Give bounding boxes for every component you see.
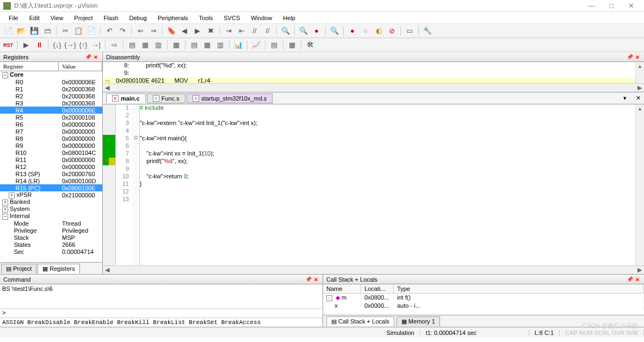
gutter-marker[interactable]: [103, 196, 115, 203]
redo-button[interactable]: ↷: [116, 25, 128, 37]
command-output[interactable]: BS \\test1\Func.s\6: [0, 284, 323, 308]
enable-breakpoint-button[interactable]: ○: [360, 25, 371, 37]
close-button[interactable]: ✕: [621, 2, 641, 10]
debug-button[interactable]: 🔍: [298, 25, 309, 37]
step-into-button[interactable]: {↓}: [51, 39, 63, 51]
register-row[interactable]: R30x20000368: [0, 100, 102, 107]
register-row[interactable]: StackMSP: [0, 234, 102, 241]
memory-window-button[interactable]: ▥: [214, 39, 226, 51]
register-row[interactable]: R15 (PC)0x0800100E: [0, 184, 102, 191]
type-col-header[interactable]: Type: [394, 284, 644, 293]
file-tab[interactable]: cmain.c: [106, 94, 146, 103]
gutter-marker[interactable]: [103, 158, 115, 165]
editor-vertical-scrollbar[interactable]: ▲: [635, 104, 644, 265]
disasm-window-button[interactable]: ▦: [139, 39, 151, 51]
register-row[interactable]: R120x00000000: [0, 163, 102, 170]
register-row[interactable]: R50x20000108: [0, 114, 102, 121]
reset-button[interactable]: RST: [2, 39, 14, 51]
gutter-marker[interactable]: [103, 173, 115, 181]
code-line[interactable]: }: [140, 181, 644, 188]
callstack-tab[interactable]: ▤Call Stack + Locals: [326, 316, 394, 326]
code-line[interactable]: [140, 165, 644, 173]
symbols-window-button[interactable]: ▥: [152, 39, 164, 51]
gutter-marker[interactable]: [103, 127, 115, 135]
find-in-files-button[interactable]: 🔍: [329, 25, 340, 37]
insert-breakpoint-button[interactable]: ●: [346, 25, 358, 37]
register-row[interactable]: R60x00000000: [0, 121, 102, 128]
pin-icon[interactable]: 📌: [305, 276, 312, 282]
bookmark-button[interactable]: 🔖: [165, 25, 177, 37]
register-row[interactable]: R14 (LR)0x0800100D: [0, 177, 102, 184]
indent-button[interactable]: ⇥: [222, 25, 234, 37]
code-line[interactable]: [140, 142, 644, 150]
gutter-marker[interactable]: [103, 142, 115, 150]
analysis-window-button[interactable]: 📈: [250, 39, 262, 51]
code-line[interactable]: "c-kw">extern "c-kw">int Init_1("c-kw">i…: [140, 120, 644, 127]
code-line[interactable]: "c-kw">int main(){: [140, 135, 644, 142]
disassembly-view[interactable]: 8: printf("%d", xx); 9: ⇨ 0x0800100E 462…: [103, 62, 644, 83]
code-line[interactable]: # include: [140, 104, 644, 112]
pin-icon[interactable]: 📌: [627, 54, 633, 60]
disable-breakpoint-button[interactable]: ◐: [373, 25, 385, 37]
register-row[interactable]: R20x20000368: [0, 92, 102, 100]
step-out-button[interactable]: {↑}: [77, 39, 89, 51]
command-input[interactable]: [8, 309, 323, 318]
gutter-marker[interactable]: [103, 104, 115, 112]
menu-help[interactable]: Help: [278, 14, 300, 22]
toolbox-button[interactable]: 🛠: [304, 39, 316, 51]
horizontal-scrollbar[interactable]: ◀▶: [103, 83, 644, 92]
register-row[interactable]: +Banked: [0, 198, 102, 206]
new-file-button[interactable]: 📄: [2, 25, 14, 37]
gutter-marker[interactable]: [103, 135, 115, 142]
register-row[interactable]: R00x0000006E: [0, 78, 102, 85]
register-col-header[interactable]: Register: [0, 62, 59, 71]
menu-project[interactable]: Project: [70, 14, 97, 22]
gutter-marker[interactable]: [103, 150, 115, 158]
value-col-header[interactable]: Value: [59, 62, 102, 71]
save-button[interactable]: 💾: [28, 25, 40, 37]
code-line[interactable]: "c-kw">int xx = Init_1(10);: [140, 150, 644, 158]
trace-window-button[interactable]: ▤: [268, 39, 280, 51]
copy-button[interactable]: 📋: [72, 25, 84, 37]
gutter-marker[interactable]: [103, 120, 115, 127]
stack-row[interactable]: x0x0000...auto - i...: [323, 302, 644, 309]
register-row[interactable]: R70x00000000: [0, 128, 102, 135]
code-line[interactable]: [140, 196, 644, 203]
register-row[interactable]: R90x00000000: [0, 142, 102, 149]
step-over-button[interactable]: {→}: [64, 39, 76, 51]
register-row[interactable]: −Internal: [0, 213, 102, 220]
gutter-marker[interactable]: [103, 181, 115, 188]
project-tab[interactable]: ▤Project: [1, 264, 36, 273]
uncomment-button[interactable]: //: [262, 25, 274, 37]
panel-close-button[interactable]: ×: [634, 54, 641, 60]
memory-tab[interactable]: ▦Memory 1: [397, 316, 440, 326]
menu-debug[interactable]: Debug: [125, 14, 151, 22]
window-button[interactable]: ▭: [404, 25, 416, 37]
editor-horizontal-scrollbar[interactable]: ◀▶: [103, 265, 644, 274]
code-line[interactable]: [140, 188, 644, 196]
tab-close-button[interactable]: ✕: [632, 92, 644, 104]
register-row[interactable]: PrivilegePrivileged: [0, 227, 102, 234]
run-to-cursor-button[interactable]: →|: [90, 39, 102, 51]
open-file-button[interactable]: 📂: [15, 25, 27, 37]
undo-button[interactable]: ↶: [103, 25, 115, 37]
register-row[interactable]: R13 (SP)0x20000760: [0, 170, 102, 177]
gutter-marker[interactable]: [103, 165, 115, 173]
menu-view[interactable]: View: [46, 14, 68, 22]
menu-edit[interactable]: Edit: [25, 14, 44, 22]
cut-button[interactable]: ✂: [59, 25, 71, 37]
maximize-button[interactable]: □: [602, 2, 621, 10]
run-button[interactable]: ▶: [20, 39, 32, 51]
serial-window-button[interactable]: 📊: [232, 39, 244, 51]
system-viewer-button[interactable]: ▦: [286, 39, 298, 51]
registers-tree[interactable]: −Core R00x0000006E R10x20000368 R20x2000…: [0, 71, 102, 262]
register-row[interactable]: R100x0800104C: [0, 149, 102, 156]
menu-peripherals[interactable]: Peripherals: [153, 14, 193, 22]
code-line[interactable]: [140, 127, 644, 135]
watch-window-button[interactable]: ▦: [201, 39, 213, 51]
code-line[interactable]: [140, 112, 644, 120]
outdent-button[interactable]: ⇤: [236, 25, 247, 37]
panel-close-button[interactable]: ×: [634, 276, 641, 283]
register-row[interactable]: +xPSR0x21000000: [0, 191, 102, 198]
register-row[interactable]: R10x20000368: [0, 85, 102, 92]
